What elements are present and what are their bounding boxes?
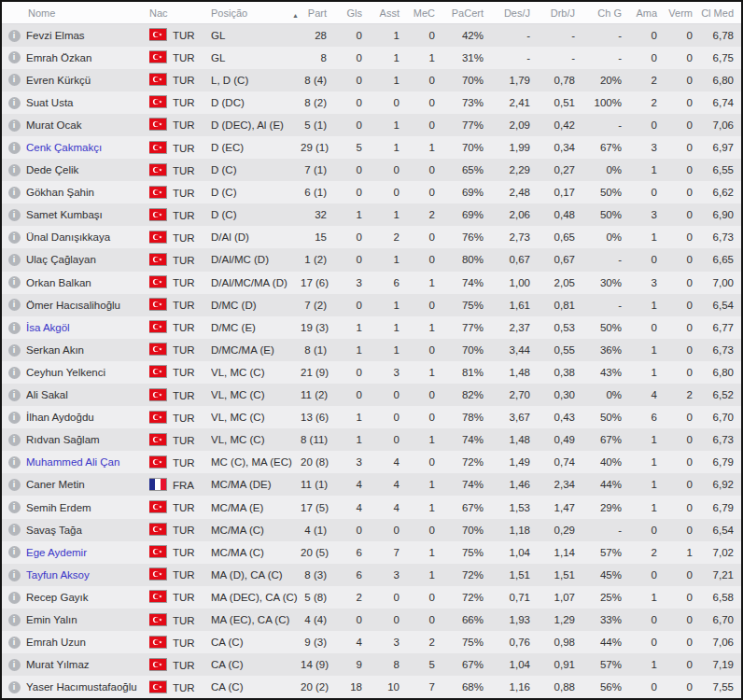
table-row[interactable]: i Semih Erdem TUR MC/MA (E) 17 (5) 4 4 1… (2, 496, 741, 518)
table-row[interactable]: i Emrah Özkan TUR GL 8 0 1 1 31% - - - 0… (2, 47, 741, 69)
player-name-link[interactable]: Samet Kumbaşı (26, 209, 103, 220)
col-header-pacert[interactable]: PaCert (442, 2, 491, 24)
player-name-link[interactable]: Gökhan Şahin (26, 187, 94, 198)
info-icon[interactable]: i (8, 299, 21, 311)
info-icon[interactable]: i (8, 322, 21, 334)
info-icon[interactable]: i (8, 546, 21, 558)
table-row[interactable]: i Ege Aydemir TUR MC/MA (C) 20 (5) 6 7 1… (2, 541, 741, 564)
info-icon[interactable]: i (8, 389, 21, 401)
player-name-link[interactable]: Semih Erdem (26, 502, 91, 513)
info-icon[interactable]: i (8, 51, 21, 63)
table-row[interactable]: i Evren Kürkçü TUR L, D (C) 8 (4) 0 1 0 … (2, 69, 741, 91)
table-row[interactable]: i Ulaç Çağlayan TUR D/Al/MC (D) 1 (2) 0 … (2, 248, 741, 271)
info-icon[interactable]: i (8, 367, 21, 379)
info-icon[interactable]: i (8, 592, 21, 604)
info-icon[interactable]: i (8, 164, 21, 176)
info-icon[interactable]: i (8, 276, 21, 288)
col-header-nac[interactable]: Nac (149, 2, 211, 24)
info-icon[interactable]: i (8, 524, 21, 536)
col-header-verm[interactable]: Verm (665, 2, 700, 24)
info-icon[interactable]: i (8, 614, 21, 626)
player-name-link[interactable]: Ali Sakal (26, 389, 68, 400)
col-header-clmed[interactable]: Cl Med (700, 2, 741, 24)
table-row[interactable]: i İsa Akgöl TUR D/MC (E) 19 (3) 1 1 1 77… (2, 316, 741, 339)
table-row[interactable]: i Muhammed Ali Çan TUR MC (C), MA (EC) 2… (2, 451, 741, 473)
table-row[interactable]: i İlhan Aydoğdu TUR VL, MC (C) 13 (6) 1 … (2, 406, 741, 428)
player-name-link[interactable]: Recep Gayık (26, 592, 88, 603)
table-row[interactable]: i Emin Yalın TUR MA (EC), CA (C) 4 (4) 0… (2, 609, 741, 631)
table-row[interactable]: i Samet Kumbaşı TUR D (C) 32 1 1 2 69% 2… (2, 203, 741, 226)
info-icon[interactable]: i (8, 344, 21, 357)
player-name-link[interactable]: Ünal Danışıkkaya (26, 231, 110, 243)
table-row[interactable]: i Gökhan Şahin TUR D (C) 6 (1) 0 0 0 69%… (2, 181, 741, 203)
col-header-part[interactable]: Part (301, 2, 334, 24)
info-icon[interactable]: i (8, 187, 21, 199)
player-name-link[interactable]: Emrah Uzun (26, 637, 86, 648)
player-name-link[interactable]: Ceyhun Yelkenci (26, 367, 105, 378)
table-row[interactable]: i Suat Usta TUR D (DC) 8 (2) 0 0 0 73% 2… (2, 91, 741, 114)
table-row[interactable]: i Ceyhun Yelkenci TUR VL, MC (C) 21 (9) … (2, 361, 741, 384)
player-name-link[interactable]: Murat Ocak (26, 119, 81, 131)
player-name-link[interactable]: Evren Kürkçü (26, 75, 91, 86)
player-name-link[interactable]: Rıdvan Sağlam (26, 434, 100, 445)
info-icon[interactable]: i (8, 681, 21, 693)
info-icon[interactable]: i (8, 434, 21, 446)
player-name-link[interactable]: Cenk Çakmakçı (26, 142, 102, 153)
info-icon[interactable]: i (8, 254, 21, 266)
player-name-link[interactable]: Ege Aydemir (26, 547, 87, 558)
table-row[interactable]: i Rıdvan Sağlam TUR VL, MC (C) 8 (11) 1 … (2, 428, 741, 451)
player-name-link[interactable]: Murat Yılmaz (26, 659, 90, 670)
info-icon[interactable]: i (8, 456, 21, 469)
info-icon[interactable]: i (8, 97, 21, 109)
table-row[interactable]: i Emrah Uzun TUR CA (C) 9 (3) 4 3 2 75% … (2, 631, 741, 653)
player-name-link[interactable]: Suat Usta (26, 97, 74, 108)
player-name-link[interactable]: Muhammed Ali Çan (26, 456, 119, 468)
player-name-link[interactable]: Serkan Akın (26, 344, 84, 356)
player-name-link[interactable]: Fevzi Elmas (26, 30, 85, 41)
col-header-posicao[interactable]: Posição▲ (211, 2, 301, 24)
table-row[interactable]: i Tayfun Aksoy TUR MA (D), CA (C) 8 (3) … (2, 564, 741, 586)
info-icon[interactable]: i (8, 231, 21, 244)
table-row[interactable]: i Dede Çelik TUR D (C) 7 (1) 0 0 0 65% 2… (2, 159, 741, 181)
col-header-asst[interactable]: Asst (370, 2, 407, 24)
table-row[interactable]: i Orkan Balkan TUR D/Al/MC/MA (D) 17 (6)… (2, 272, 741, 294)
player-name-link[interactable]: Ömer Hacısalihoğlu (26, 300, 120, 311)
table-row[interactable]: i Recep Gayık TUR MA (DEC), CA (C) 5 (8)… (2, 586, 741, 609)
table-row[interactable]: i Savaş Tağa TUR MC/MA (C) 4 (1) 0 0 0 7… (2, 519, 741, 541)
player-name-link[interactable]: Ulaç Çağlayan (26, 254, 96, 265)
table-row[interactable]: i Murat Yılmaz TUR CA (C) 14 (9) 9 8 5 6… (2, 653, 741, 676)
col-header-nome[interactable]: Nome (26, 2, 149, 24)
player-name-link[interactable]: Yaser Hacımustafaoğlu (26, 681, 137, 693)
info-icon[interactable]: i (8, 412, 21, 424)
table-row[interactable]: i Cenk Çakmakçı TUR D (EC) 29 (1) 5 1 1 … (2, 136, 741, 159)
col-header-ama[interactable]: Ama (629, 2, 665, 24)
info-icon[interactable]: i (8, 209, 21, 221)
player-name-link[interactable]: Dede Çelik (26, 164, 78, 175)
table-row[interactable]: i Caner Metin FRA MC/MA (DE) 11 (1) 4 4 … (2, 473, 741, 496)
col-header-drbj[interactable]: Drb/J (538, 2, 582, 24)
info-icon[interactable]: i (8, 74, 21, 86)
table-row[interactable]: i Ünal Danışıkkaya TUR D/Al (D) 15 0 2 0… (2, 226, 741, 248)
player-name-link[interactable]: İsa Akgöl (26, 322, 70, 333)
table-row[interactable]: i Fevzi Elmas TUR GL 28 0 1 0 42% - - - … (2, 24, 741, 47)
col-header-mec[interactable]: MeC (407, 2, 442, 24)
info-icon[interactable]: i (8, 30, 21, 42)
info-icon[interactable]: i (8, 637, 21, 649)
info-icon[interactable]: i (8, 119, 21, 132)
info-icon[interactable]: i (8, 569, 21, 581)
table-row[interactable]: i Murat Ocak TUR D (DEC), Al (E) 5 (1) 0… (2, 114, 741, 136)
table-row[interactable]: i Ali Sakal TUR VL, MC (C) 11 (2) 0 0 0 … (2, 384, 741, 406)
col-header-gls[interactable]: Gls (334, 2, 370, 24)
player-name-link[interactable]: İlhan Aydoğdu (26, 412, 94, 423)
player-name-link[interactable]: Tayfun Aksoy (26, 569, 90, 581)
player-name-link[interactable]: Emrah Özkan (26, 52, 91, 63)
table-row[interactable]: i Serkan Akın TUR D/MC/MA (E) 8 (1) 1 1 … (2, 339, 741, 361)
info-icon[interactable]: i (8, 479, 21, 491)
table-row[interactable]: i Ömer Hacısalihoğlu TUR D/MC (D) 7 (2) … (2, 294, 741, 316)
info-icon[interactable]: i (8, 501, 21, 513)
player-name-link[interactable]: Caner Metin (26, 479, 85, 490)
col-header-chg[interactable]: Ch G (582, 2, 629, 24)
table-row[interactable]: i Yaser Hacımustafaoğlu TUR CA (C) 20 (2… (2, 676, 741, 698)
player-name-link[interactable]: Savaş Tağa (26, 525, 82, 536)
player-name-link[interactable]: Emin Yalın (26, 614, 77, 625)
